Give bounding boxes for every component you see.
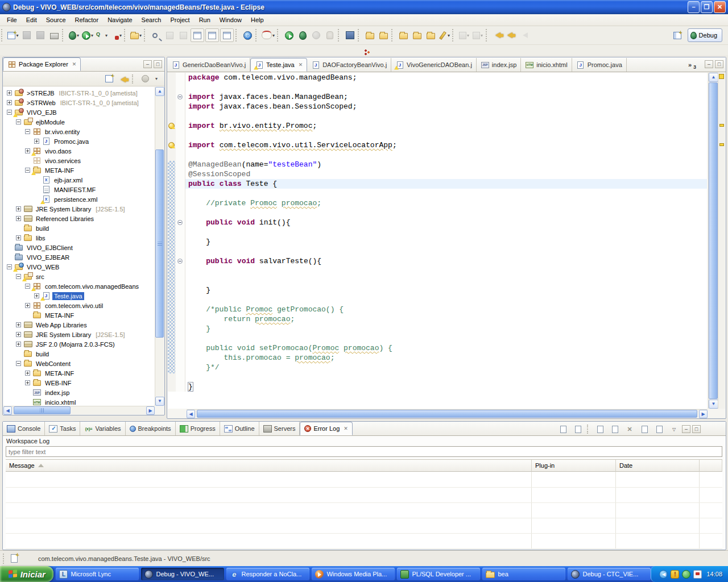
open-web-browser-icon[interactable] <box>241 28 254 42</box>
clear-log-viewer-icon[interactable] <box>593 423 607 435</box>
code-text[interactable] <box>185 82 707 92</box>
expander-plus-icon[interactable] <box>25 148 30 153</box>
tree-item-index-jsp[interactable]: JSPindex.jsp <box>3 388 155 397</box>
code-text[interactable]: import javax.faces.bean.ManagedBean; <box>185 92 707 102</box>
show-whitespace-icon[interactable] <box>205 28 219 42</box>
view-filters-icon[interactable] <box>139 73 151 85</box>
code-line[interactable] <box>168 295 707 305</box>
tree-item-label[interactable]: JRE System Library <box>34 205 93 213</box>
expander-minus-icon[interactable] <box>16 361 21 366</box>
code-text[interactable]: } <box>185 285 707 295</box>
view-tab-variables[interactable]: (x)=Variables <box>80 422 125 435</box>
tree-item-label[interactable]: META-INF <box>43 369 76 377</box>
print-icon[interactable] <box>47 28 61 42</box>
tree-item-referenced-libraries[interactable]: Referenced Libraries <box>3 214 155 223</box>
tree-item-com-telecom-vivo-managedbeans[interactable]: com.telecom.vivo.managedBeans <box>3 281 155 291</box>
scroll-left-icon[interactable]: ◀ <box>3 406 12 415</box>
tree-item-vivo-ejb[interactable]: VIVO_EJB <box>3 107 155 117</box>
warning-bulb-icon[interactable] <box>168 142 175 148</box>
code-text[interactable] <box>185 266 707 276</box>
expander-plus-icon[interactable] <box>34 293 39 298</box>
tree-item-vivo-services[interactable]: vivo.services <box>3 156 155 165</box>
code-line[interactable]: } <box>168 324 707 334</box>
menu-refactor[interactable]: Refactor <box>71 15 104 25</box>
code-text[interactable] <box>185 150 707 160</box>
minimize-editor-icon[interactable]: – <box>705 60 713 68</box>
view-tab-console[interactable]: Console <box>3 422 45 435</box>
code-text[interactable] <box>185 131 707 140</box>
synchronize-icon[interactable] <box>176 28 190 42</box>
expander-plus-icon[interactable] <box>16 342 21 347</box>
code-text[interactable] <box>185 208 707 218</box>
taskbar-button-pl-sql-developer-[interactable]: PL/SQL Developer ... <box>397 568 480 580</box>
column-header-date[interactable]: Date <box>616 460 700 472</box>
tree-item-src[interactable]: src <box>3 272 155 281</box>
scroll-up-icon[interactable]: ▲ <box>155 87 164 96</box>
code-line[interactable] <box>168 131 707 140</box>
run-icon[interactable]: ▾ <box>81 28 94 42</box>
link-with-editor-icon[interactable] <box>117 73 129 85</box>
debug-icon[interactable]: ▾ <box>67 28 81 42</box>
expander-minus-icon[interactable] <box>7 110 12 115</box>
menu-run[interactable]: Run <box>195 15 215 25</box>
close-button[interactable]: ✕ <box>714 1 726 13</box>
bea-server-icon[interactable]: ▾ <box>260 28 276 42</box>
expander-plus-icon[interactable] <box>7 100 12 105</box>
expander-plus-icon[interactable] <box>25 303 30 308</box>
tree-item-label[interactable]: index.jsp <box>43 389 71 397</box>
menu-window[interactable]: Window <box>215 15 246 25</box>
last-edit-location-icon[interactable] <box>491 28 504 42</box>
code-line[interactable] <box>168 266 707 276</box>
tree-item--strejb[interactable]: >STREJBIBICT-STR-1_0_0 [ametista] <box>3 88 155 98</box>
new-wizard-icon[interactable]: ▾ <box>6 28 20 42</box>
code-text[interactable] <box>185 334 707 343</box>
tree-item-label[interactable]: src <box>34 273 46 281</box>
scroll-down-icon[interactable]: ▼ <box>709 400 718 409</box>
show-selected-element-icon[interactable] <box>220 28 234 42</box>
scroll-right-icon[interactable]: ▶ <box>146 406 155 415</box>
tree-item-label[interactable]: JRE System Library <box>34 331 93 339</box>
menu-edit[interactable]: Edit <box>22 15 42 25</box>
code-text[interactable]: //private Promoc promocao; <box>185 198 707 208</box>
code-line[interactable]: @ManagedBean(name="testeBean") <box>168 160 707 169</box>
tree-item-label[interactable]: Teste.java <box>52 292 84 300</box>
taskbar-button-debug-ctc-vie-[interactable]: Debug - CTC_VIE... <box>568 568 651 580</box>
tree-item-web-inf[interactable]: WEB-INF <box>3 378 155 388</box>
tab-overflow-chevron[interactable]: »3 <box>688 61 696 68</box>
tree-item-label[interactable]: persistence.xml <box>52 196 99 203</box>
export-log-icon[interactable] <box>556 423 570 435</box>
tree-item-label[interactable]: VIVO_EJBClient <box>25 244 75 252</box>
code-line[interactable]: return promocao; <box>168 314 707 324</box>
expander-plus-icon[interactable] <box>16 206 21 211</box>
tree-item-label[interactable]: VIVO_EJBEAR <box>25 253 71 261</box>
next-annotation-icon[interactable]: ▾ <box>471 28 485 42</box>
code-line[interactable]: }*/ <box>168 363 707 372</box>
save-icon[interactable] <box>20 28 34 42</box>
restore-button[interactable]: ❐ <box>701 1 713 13</box>
run-external-tools-icon[interactable]: ▾ <box>109 28 123 42</box>
package-explorer-tab[interactable]: Package Explorer ✕ <box>3 57 81 71</box>
tree-item--strweb[interactable]: >STRWebIBICT-STR-1_0_0 [ametista] <box>3 98 155 107</box>
code-line[interactable]: public void setPromocao(Promoc promocao)… <box>168 343 707 353</box>
code-line[interactable]: public class Teste { <box>168 179 707 189</box>
event-properties-icon[interactable] <box>652 423 666 435</box>
editor-hscroll-thumb[interactable] <box>197 410 697 418</box>
tree-item-meta-inf[interactable]: META-INF <box>3 310 155 320</box>
view-tab-progress[interactable]: Progress <box>176 422 220 435</box>
code-line[interactable]: /*public Promoc getPromocao() { <box>168 305 707 314</box>
tree-scroll-thumb[interactable] <box>155 149 164 338</box>
tree-item-promoc-java[interactable]: JPromoc.java <box>3 136 155 146</box>
code-text[interactable]: /*public Promoc getPromocao() { <box>185 305 707 314</box>
editor-tab-vivogenericdaobean-j[interactable]: JVivoGenericDAOBean.j <box>391 58 477 72</box>
tree-item-label[interactable]: >STREJB <box>25 89 56 97</box>
remote-deploy-icon[interactable] <box>343 28 357 42</box>
maximize-view-icon[interactable]: □ <box>692 425 701 433</box>
warning-bulb-icon[interactable] <box>168 123 175 129</box>
code-text[interactable]: import com.telecom.vivo.util.ServiceLoca… <box>185 140 707 150</box>
collapse-fold-icon[interactable] <box>177 220 183 225</box>
code-line[interactable]: import com.telecom.vivo.util.ServiceLoca… <box>168 140 707 150</box>
tree-item-build[interactable]: build <box>3 223 155 233</box>
code-line[interactable]: this.promocao = promocao; <box>168 353 707 363</box>
close-tab-icon[interactable]: ✕ <box>344 426 348 431</box>
code-line[interactable] <box>168 247 707 256</box>
